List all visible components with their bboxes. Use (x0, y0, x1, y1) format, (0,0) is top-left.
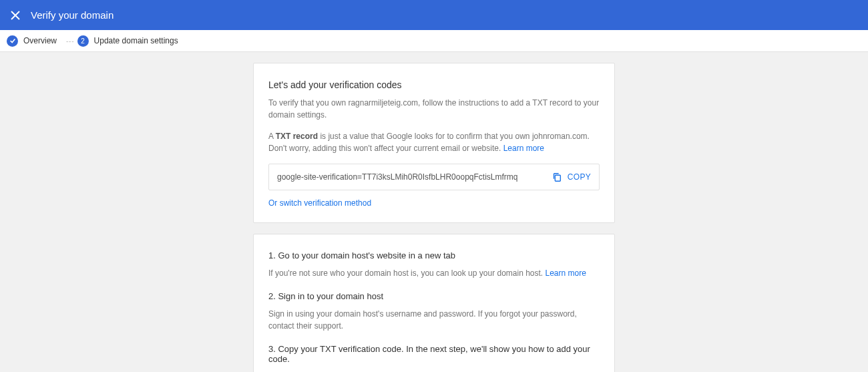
instruction-step-3: 3. Copy your TXT verification code. In t… (268, 344, 600, 364)
instruction-step-2: 2. Sign in to your domain host Sign in u… (268, 291, 600, 332)
verification-code-box-1: google-site-verification=TT7i3ksLMih0R0I… (268, 164, 600, 190)
instruction-step-1: 1. Go to your domain host's website in a… (268, 250, 600, 279)
step-separator: - - - (66, 37, 73, 45)
step1-heading: 1. Go to your domain host's website in a… (268, 250, 600, 260)
step1-desc: If you're not sure who your domain host … (268, 267, 600, 279)
svg-rect-2 (555, 175, 560, 181)
card1-title: Let's add your verification codes (268, 79, 600, 90)
step2-heading: 2. Sign in to your domain host (268, 291, 600, 301)
step1-check-icon (7, 35, 18, 47)
switch-verification-link[interactable]: Or switch verification method (268, 198, 600, 208)
step2-desc: Sign in using your domain host's usernam… (268, 308, 600, 332)
learn-more-link-1[interactable]: Learn more (503, 144, 544, 153)
step1-label[interactable]: Overview (23, 36, 57, 45)
step1-desc-text: If you're not sure who your domain host … (268, 268, 546, 278)
verification-code-text-1: google-site-verification=TT7i3ksLMih0R0I… (277, 172, 552, 182)
card1-desc1: To verify that you own ragnarmiljeteig.c… (268, 97, 600, 121)
copy-icon (552, 172, 562, 182)
verification-code-card: Let's add your verification codes To ver… (253, 63, 615, 223)
copy-label-1: COPY (568, 172, 591, 182)
instructions-card: 1. Go to your domain host's website in a… (253, 234, 615, 372)
step2-number-badge: 2 (77, 35, 89, 47)
card1-desc2: A TXT record is just a value that Google… (268, 130, 600, 154)
copy-button-1[interactable]: COPY (552, 172, 591, 182)
step2-label[interactable]: Update domain settings (94, 36, 178, 45)
learn-more-link-2[interactable]: Learn more (546, 268, 586, 278)
page-title: Verify your domain (31, 9, 114, 21)
content-area: Let's add your verification codes To ver… (0, 52, 868, 372)
card1-desc2-pre: A (268, 132, 276, 141)
stepper: Overview - - - 2 Update domain settings (0, 30, 868, 52)
close-icon[interactable] (9, 9, 21, 21)
txt-record-bold: TXT record (276, 132, 318, 141)
header-bar: Verify your domain (0, 0, 868, 30)
step3-heading: 3. Copy your TXT verification code. In t… (268, 344, 600, 364)
